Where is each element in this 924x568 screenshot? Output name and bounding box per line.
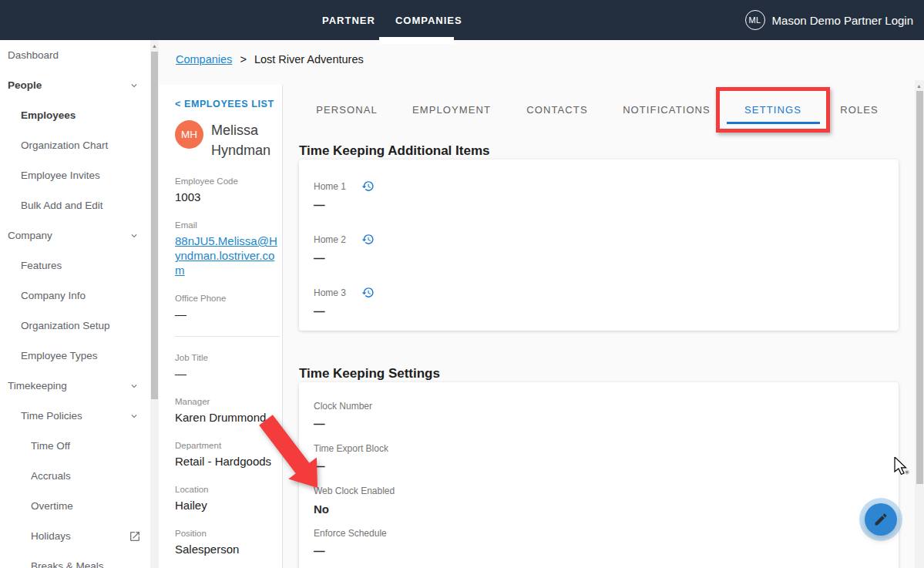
sidebar-item-people[interactable]: People xyxy=(0,70,150,100)
field-value: Salesperson xyxy=(175,542,280,556)
sidebar-item-time-off[interactable]: Time Off xyxy=(0,431,150,461)
field-value: 1003 xyxy=(175,190,280,204)
field-value: — xyxy=(314,199,899,211)
tab-roles[interactable]: ROLES xyxy=(840,104,879,116)
sidebar-item-label: Company xyxy=(8,230,52,241)
sidebar-item-label: Holidays xyxy=(31,530,71,542)
scrollbar-up-arrow-icon[interactable]: ▲ xyxy=(150,42,159,50)
field-label: Manager xyxy=(175,397,280,406)
external-link-icon xyxy=(129,530,141,543)
history-icon[interactable] xyxy=(361,233,375,246)
breadcrumb-companies-link[interactable]: Companies xyxy=(176,53,232,66)
tab-personal[interactable]: PERSONAL xyxy=(316,104,378,116)
field-value: — xyxy=(314,418,899,430)
nav-tab-companies[interactable]: COMPANIES xyxy=(395,15,462,26)
sidebar-item-accruals[interactable]: Accruals xyxy=(0,461,150,491)
user-menu[interactable]: ML Mason Demo Partner Login xyxy=(745,0,913,40)
sidebar-item-label: Time Policies xyxy=(21,410,82,422)
chevron-down-icon xyxy=(129,80,139,91)
field-office-phone: Office Phone — xyxy=(175,294,280,321)
sidebar-item-label: Overtime xyxy=(31,500,73,512)
sidebar-item-label: Company Info xyxy=(21,290,86,301)
svg-text:✳: ✳ xyxy=(904,469,910,476)
navbar-tabs: PARTNER COMPANIES xyxy=(322,0,462,40)
sidebar-item-label: Breaks & Meals xyxy=(31,560,104,568)
field-job-title: Job Title — xyxy=(175,353,280,381)
field-label: Web Clock Enabled xyxy=(314,486,899,496)
sidebar-item-dashboard[interactable]: Dashboard xyxy=(0,40,150,70)
pencil-icon xyxy=(873,512,889,527)
field-label: Home 1 xyxy=(314,181,346,192)
field-value: — xyxy=(175,366,280,381)
sidebar-item-label: Employee Invites xyxy=(21,170,100,181)
history-icon[interactable] xyxy=(361,286,375,299)
field-employee-code: Employee Code 1003 xyxy=(175,176,280,204)
sidebar-item-label: Bulk Add and Edit xyxy=(21,200,103,211)
sidebar-item-holidays[interactable]: Holidays xyxy=(0,521,150,551)
sidebar-item-timekeeping[interactable]: Timekeeping xyxy=(0,371,150,401)
scrollbar-up-arrow-icon[interactable]: ▲ xyxy=(915,82,923,90)
top-navbar: PARTNER COMPANIES ML Mason Demo Partner … xyxy=(0,0,924,40)
field-value: — xyxy=(314,460,899,472)
sidebar-item-employee-invites[interactable]: Employee Invites xyxy=(0,160,150,190)
sidebar-item-organization-chart[interactable]: Organization Chart xyxy=(0,130,150,160)
sidebar-item-label: Employee Types xyxy=(21,350,98,361)
field-value: Hailey xyxy=(175,498,280,513)
sidebar-item-label: Organization Chart xyxy=(21,139,108,151)
breadcrumb-separator: > xyxy=(240,53,246,66)
field-value: — xyxy=(314,305,899,318)
edit-fab-button[interactable] xyxy=(865,503,897,536)
field-label: Email xyxy=(175,220,280,230)
nav-tab-partner[interactable]: PARTNER xyxy=(322,15,375,26)
tab-notifications[interactable]: NOTIFICATIONS xyxy=(623,104,711,116)
annotation-arrow xyxy=(256,407,348,499)
scrollbar-thumb[interactable] xyxy=(151,52,158,399)
employee-profile: MH Melissa Hyndman xyxy=(175,120,282,160)
timekeeping-additional-items-card: Home 1 — Home 2 — Home 3 — xyxy=(299,160,899,331)
field-label: Employee Code xyxy=(175,176,280,186)
employee-email-link[interactable]: 88nJU5.Melissa@Hyndman.lostriver.com xyxy=(175,234,277,277)
sidebar-item-label: Features xyxy=(21,260,62,271)
field-label: Time Export Block xyxy=(314,443,899,454)
sidebar-item-time-policies[interactable]: Time Policies xyxy=(0,401,150,431)
field-time-export-block: Time Export Block — xyxy=(314,443,899,486)
sidebar-item-overtime[interactable]: Overtime xyxy=(0,491,150,521)
history-icon[interactable] xyxy=(361,180,375,193)
field-label: Office Phone xyxy=(175,294,280,303)
sidebar-item-employee-types[interactable]: Employee Types xyxy=(0,341,150,371)
field-home-1: Home 1 — xyxy=(314,180,899,233)
sidebar-item-label: People xyxy=(8,79,42,91)
sidebar-item-label: Organization Setup xyxy=(21,320,110,331)
field-label: Enforce Schedule xyxy=(314,528,899,539)
page-scrollbar[interactable]: ▲ xyxy=(915,80,924,568)
tab-contacts[interactable]: CONTACTS xyxy=(526,104,587,116)
field-home-3: Home 3 — xyxy=(314,286,899,339)
field-enforce-schedule: Enforce Schedule — xyxy=(314,528,899,568)
sidebar-item-label: Accruals xyxy=(31,470,71,482)
sidebar-item-bulk-add-and-edit[interactable]: Bulk Add and Edit xyxy=(0,190,150,220)
sidebar-item-employees[interactable]: Employees xyxy=(0,100,150,130)
avatar: ML xyxy=(745,10,765,30)
active-tab-indicator xyxy=(379,37,454,44)
field-value: — xyxy=(175,307,280,321)
tab-employment[interactable]: EMPLOYMENT xyxy=(412,104,491,116)
sidebar-item-breaks-and-meals[interactable]: Breaks & Meals xyxy=(0,551,150,568)
sidebar-item-company-info[interactable]: Company Info xyxy=(0,281,150,311)
scrollbar-thumb[interactable] xyxy=(916,91,923,484)
user-name: Mason Demo Partner Login xyxy=(772,14,913,27)
sidebar-item-label: Time Off xyxy=(31,440,70,452)
field-label: Clock Number xyxy=(314,401,899,412)
field-value: — xyxy=(314,252,899,264)
sidebar-item-organization-setup[interactable]: Organization Setup xyxy=(0,311,150,341)
field-position: Position Salesperson xyxy=(175,529,280,556)
sidebar-scrollbar[interactable]: ▲ xyxy=(150,40,159,568)
breadcrumb-current: Lost River Adventures xyxy=(254,53,364,66)
sidebar-item-company[interactable]: Company xyxy=(0,220,150,250)
sidebar-item-label: Employees xyxy=(21,109,76,121)
sidebar-item-features[interactable]: Features xyxy=(0,250,150,281)
timekeeping-settings-card: Clock Number — Time Export Block — Web C… xyxy=(299,382,899,568)
employees-list-back-link[interactable]: < EMPLOYEES LIST xyxy=(175,99,282,109)
section-title-timekeeping-additional-items: Time Keeping Additional Items xyxy=(299,143,489,159)
chevron-down-icon xyxy=(129,230,139,241)
field-value: No xyxy=(314,502,899,516)
